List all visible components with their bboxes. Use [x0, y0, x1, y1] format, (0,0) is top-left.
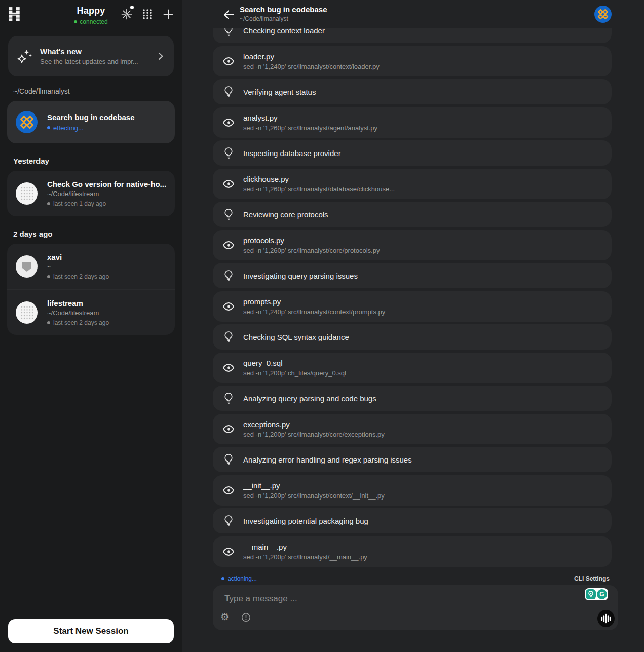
thought-message[interactable]: Investigating query parsing issues	[213, 263, 612, 288]
file-read-message[interactable]: __main__.py sed -n '1,200p' src/llmanaly…	[213, 536, 612, 567]
g-model-icon: G	[597, 589, 607, 599]
session-list-item[interactable]: xavi ~ last seen 2 days ago	[7, 244, 175, 289]
file-read-message[interactable]: loader.py sed -n '1,240p' src/llmanalyst…	[213, 46, 612, 76]
lightbulb-icon	[222, 331, 235, 343]
notification-dot	[130, 6, 134, 9]
file-command: sed -n '1,200p' src/llmanalyst/core/exce…	[243, 431, 385, 438]
session-info: xavi ~ last seen 2 days ago	[47, 253, 109, 280]
chat-body: Checking context loader loader.py sed -n…	[182, 18, 644, 630]
file-read-message[interactable]: protocols.py sed -n '1,260p' src/llmanal…	[213, 230, 612, 260]
file-command: sed -n '1,240p' src/llmanalyst/context/l…	[243, 63, 380, 70]
lightbulb-icon	[222, 147, 235, 159]
sidebar-header: Happy connected	[0, 0, 182, 28]
offline-dot	[47, 275, 50, 278]
session-last-seen: last seen 1 day ago	[47, 200, 166, 207]
file-read-message[interactable]: clickhouse.py sed -n '1,260p' src/llmana…	[213, 169, 612, 199]
chat-path: ~/Code/llmanalyst	[240, 15, 327, 22]
file-read-message[interactable]: analyst.py sed -n '1,260p' src/llmanalys…	[213, 107, 612, 138]
session-avatar	[16, 255, 38, 278]
agent-status-row: actioning... CLI Settings	[213, 575, 618, 582]
sidebar: Happy connected	[0, 0, 182, 652]
file-read-message[interactable]: query_0.sql sed -n '1,200p' ch_files/que…	[213, 353, 612, 383]
thought-message[interactable]: Verifying agent status	[213, 79, 612, 104]
session-group: xavi ~ last seen 2 days ago lifestream ~…	[7, 244, 175, 335]
lightbulb-icon	[222, 453, 235, 466]
file-name: exceptions.py	[243, 420, 385, 429]
composer-alert-icon[interactable]	[241, 612, 251, 622]
thought-message[interactable]: Checking SQL syntax guidance	[213, 324, 612, 350]
file-name: protocols.py	[243, 236, 380, 245]
file-read-message[interactable]: __init__.py sed -n '1,200p' src/llmanaly…	[213, 475, 612, 506]
file-name: loader.py	[243, 52, 380, 61]
thought-message[interactable]: Analyzing error handling and regex parsi…	[213, 447, 612, 472]
starburst-notifications-icon[interactable]	[120, 8, 133, 21]
lightbulb-icon	[222, 86, 235, 98]
thought-text: Reviewing core protocols	[243, 210, 328, 219]
file-read-message[interactable]: exceptions.py sed -n '1,200p' src/llmana…	[213, 414, 612, 444]
back-arrow-icon[interactable]	[222, 8, 236, 21]
message-input[interactable]	[224, 594, 552, 604]
lightbulb-icon	[222, 392, 235, 404]
file-name: prompts.py	[243, 297, 385, 306]
session-section-label: Yesterday	[13, 157, 174, 165]
session-title: Check Go version for native-ho...	[47, 180, 166, 188]
file-name: analyst.py	[243, 113, 377, 122]
active-session-title: Search bug in codebase	[47, 113, 135, 122]
message-list: Checking context loader loader.py sed -n…	[213, 18, 612, 567]
file-message-body: prompts.py sed -n '1,240p' src/llmanalys…	[243, 297, 385, 316]
lightbulb-icon	[222, 208, 235, 220]
eye-icon	[222, 486, 235, 495]
new-session-plus-icon[interactable]	[162, 8, 175, 21]
session-avatar	[16, 182, 38, 205]
thought-text: Investigating query parsing issues	[243, 272, 358, 280]
active-session-card[interactable]: Search bug in codebase effecting...	[7, 101, 175, 143]
session-list-item[interactable]: Check Go version for native-ho... ~/Code…	[7, 171, 175, 216]
offline-dot	[47, 202, 50, 205]
file-name: clickhouse.py	[243, 175, 395, 183]
session-list-item[interactable]: lifestream ~/Code/lifestream last seen 2…	[7, 289, 175, 335]
session-section-label: 2 days ago	[13, 229, 174, 238]
shield-icon	[20, 260, 33, 273]
thought-text: Investigating potential packaging bug	[243, 517, 368, 525]
lightbulb-icon	[222, 515, 235, 527]
session-title: xavi	[47, 253, 109, 261]
dots-avatar-pattern	[20, 187, 34, 200]
file-command: sed -n '1,200p' src/llmanalyst/context/_…	[243, 492, 385, 500]
file-name: __main__.py	[243, 543, 367, 551]
voice-input-button[interactable]	[597, 610, 615, 627]
thought-text: Inspecting database provider	[243, 149, 341, 158]
file-name: query_0.sql	[243, 359, 346, 367]
thought-message[interactable]: Reviewing core protocols	[213, 202, 612, 227]
eye-icon	[222, 302, 235, 311]
composer-settings-gear-icon[interactable]: ⚙	[220, 611, 229, 622]
status-dot	[221, 577, 224, 580]
file-command: sed -n '1,260p' src/llmanalyst/core/prot…	[243, 247, 380, 254]
session-path: ~	[47, 263, 109, 271]
session-info: lifestream ~/Code/lifestream last seen 2…	[47, 299, 109, 326]
session-identicon-avatar[interactable]	[594, 6, 612, 23]
file-read-message[interactable]: prompts.py sed -n '1,240p' src/llmanalys…	[213, 291, 612, 322]
start-new-session-button[interactable]: Start New Session	[8, 619, 174, 643]
eye-icon	[222, 57, 235, 66]
dots-avatar-pattern	[20, 306, 34, 319]
chat-title: Search bug in codebase	[240, 5, 327, 14]
file-command: sed -n '1,240p' src/llmanalyst/context/p…	[243, 308, 385, 316]
thought-message[interactable]: Analyzing query parsing and code bugs	[213, 386, 612, 411]
chat-header: Search bug in codebase ~/Code/llmanalyst	[182, 0, 644, 28]
whats-new-card[interactable]: What's new See the latest updates and im…	[8, 36, 174, 76]
cli-settings-link[interactable]: CLI Settings	[574, 575, 610, 582]
whats-new-subtitle: See the latest updates and impr...	[40, 58, 148, 65]
apps-grid-icon[interactable]	[141, 8, 154, 21]
thought-message[interactable]: Inspecting database provider	[213, 140, 612, 166]
file-command: sed -n '1,260p' src/llmanalyst/agent/ana…	[243, 124, 377, 132]
connected-dot	[74, 20, 77, 23]
permission-mode-badge[interactable]: G	[585, 588, 608, 600]
thought-text: Analyzing query parsing and code bugs	[243, 394, 376, 403]
agent-status: actioning...	[221, 575, 257, 582]
eye-icon	[222, 179, 235, 188]
session-avatar	[16, 301, 38, 324]
session-sections: Yesterday Check Go version for native-ho…	[0, 157, 182, 335]
whats-new-title: What's new	[40, 47, 148, 56]
thought-message[interactable]: Investigating potential packaging bug	[213, 508, 612, 533]
eye-icon	[222, 547, 235, 556]
